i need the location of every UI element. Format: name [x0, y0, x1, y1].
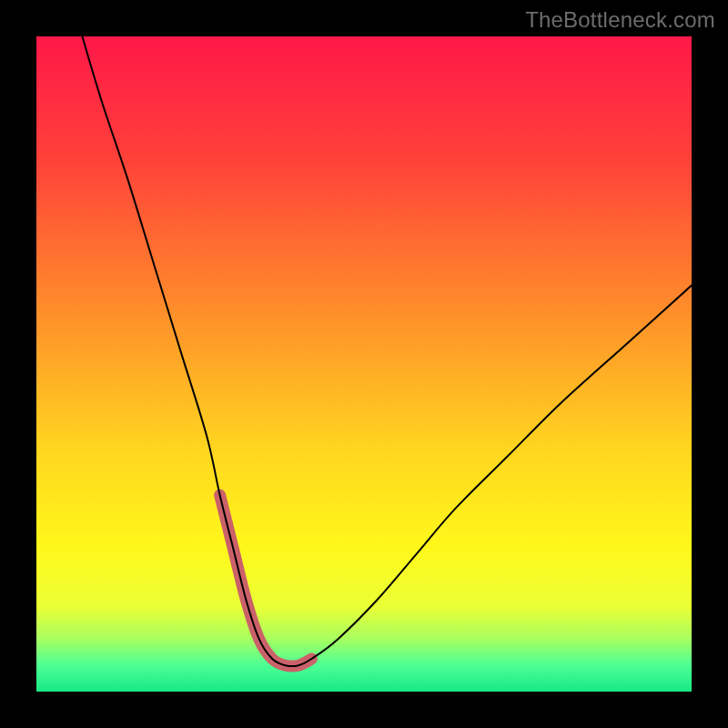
gradient-background: [36, 36, 692, 692]
watermark-text: TheBottleneck.com: [525, 7, 715, 33]
chart-svg: [36, 36, 692, 692]
plot-area: [36, 36, 692, 692]
chart-frame: TheBottleneck.com: [0, 0, 728, 728]
